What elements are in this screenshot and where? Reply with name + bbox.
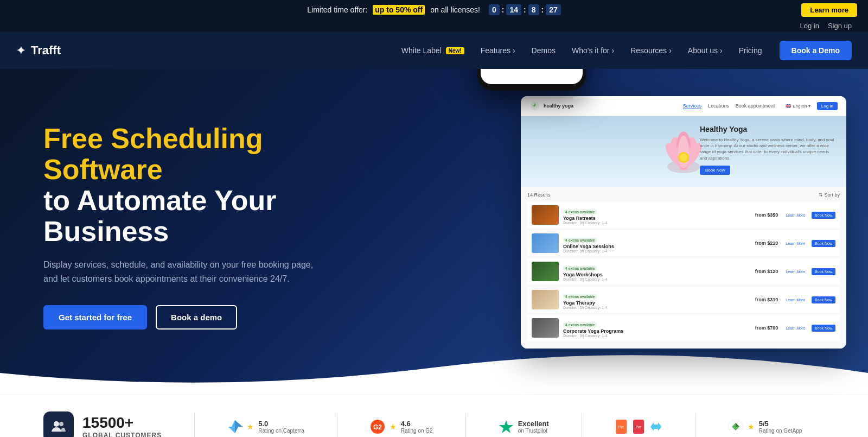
partner-arrow-icon xyxy=(649,420,662,433)
service-info: 4 extras available Online Yoga Sessions … xyxy=(563,234,751,253)
hero-wave-divider xyxy=(0,351,868,395)
service-book-now[interactable]: Book Now xyxy=(812,268,835,275)
service-price: from $310 xyxy=(755,297,778,302)
service-row: 4 extras available Yoga Therapy Duration… xyxy=(527,287,840,313)
nav-white-label[interactable]: White Label New! xyxy=(395,42,471,59)
nav-whos-it-for[interactable]: Who's it for › xyxy=(565,42,621,59)
capterra-rating: ★ 5.0 Rating on Capterra xyxy=(227,419,304,434)
mobile-screen: 5N 🇸🇳 ≡ ‹ Date and Time 🔍 Week Month ‹ xyxy=(481,69,583,84)
hero-title-white: to Automate Your Business xyxy=(43,185,358,247)
hero-section: Free Scheduling Software to Automate You… xyxy=(0,69,868,395)
timer-sep-2: : xyxy=(524,5,526,14)
trustpilot-label: on Trustpilot xyxy=(518,428,549,434)
mockup-hero-text: Healthy Yoga Welcome to Healthy Yoga, a … xyxy=(700,125,835,175)
timer-sep-3: : xyxy=(541,5,544,14)
mockup-nav-book[interactable]: Book appointment xyxy=(736,103,775,109)
capterra-label: Rating on Capterra xyxy=(258,428,304,434)
hero-buttons: Get started for free Book a demo xyxy=(43,305,358,330)
service-row: 4 extras available Online Yoga Sessions … xyxy=(527,230,840,256)
service-learn-more[interactable]: Learn More xyxy=(786,270,805,274)
learn-more-button[interactable]: Learn more xyxy=(801,3,857,17)
service-meta: Duration: 3h Capacity: 1-4 xyxy=(563,334,751,338)
capterra-icon xyxy=(227,419,242,434)
g2-icon: G2 xyxy=(370,419,385,434)
partner-badge-1: Per xyxy=(615,419,628,435)
hero-description: Display services, schedule, and availabi… xyxy=(43,258,315,286)
mockup-hero-title: Healthy Yoga xyxy=(700,125,835,134)
service-book-now[interactable]: Book Now xyxy=(812,296,835,303)
service-learn-more[interactable]: Learn More xyxy=(786,298,805,302)
banner-text-after: on all licenses! xyxy=(430,5,480,14)
mockup-logo: healthy yoga xyxy=(529,100,573,111)
getapp-icon xyxy=(728,419,743,434)
countdown-timer: 0 : 14 : 8 : 27 xyxy=(489,4,561,15)
service-thumb xyxy=(532,318,559,338)
service-tag: 4 extras available xyxy=(563,238,597,243)
getapp-rating: ★ 5/5 Rating on GetApp xyxy=(728,419,802,434)
service-learn-more[interactable]: Learn More xyxy=(786,213,805,217)
svg-text:G2: G2 xyxy=(373,423,382,431)
mobile-mockup: 5N 🇸🇳 ≡ ‹ Date and Time 🔍 Week Month ‹ xyxy=(477,69,586,91)
svg-marker-21 xyxy=(499,420,513,433)
svg-text:Per: Per xyxy=(635,425,642,429)
services-header: 14 Results ⇅ Sort by xyxy=(527,192,840,198)
results-count: 14 Results xyxy=(527,192,551,198)
mockup-nav-services[interactable]: Services xyxy=(683,103,702,109)
svg-point-12 xyxy=(680,154,687,161)
login-row: Log in Sign up xyxy=(0,20,868,32)
service-info: 4 extras available Yoga Retreats Duratio… xyxy=(563,206,751,225)
mockup-nav-locations[interactable]: Locations xyxy=(708,103,729,109)
svg-point-14 xyxy=(54,421,59,427)
service-book-now[interactable]: Book Now xyxy=(812,240,835,247)
book-demo-button[interactable]: Book a Demo xyxy=(780,41,852,60)
service-learn-more[interactable]: Learn More xyxy=(786,242,805,245)
nav-features[interactable]: Features › xyxy=(474,42,522,59)
get-started-button[interactable]: Get started for free xyxy=(43,305,147,330)
nav-resources[interactable]: Resources › xyxy=(624,42,678,59)
signup-link[interactable]: Sign up xyxy=(828,22,852,30)
mockup-login-button[interactable]: Log In xyxy=(817,102,838,110)
mockup-hero-desc: Welcome to Healthy Yoga, a serene oasis … xyxy=(700,137,835,161)
service-price: from $350 xyxy=(755,212,778,218)
banner-highlight: up to 50% off xyxy=(373,5,425,15)
service-thumb xyxy=(532,262,559,281)
g2-score: 4.6 xyxy=(401,420,433,428)
capterra-score: 5.0 xyxy=(258,420,304,428)
service-tag: 4 extras available xyxy=(563,210,597,214)
service-book-now[interactable]: Book Now xyxy=(812,212,835,219)
sort-by: ⇅ Sort by xyxy=(819,192,840,198)
service-name: Online Yoga Sessions xyxy=(563,244,751,249)
timer-sep-1: : xyxy=(502,5,505,14)
book-demo-hero-button[interactable]: Book a demo xyxy=(156,305,237,330)
mockup-language[interactable]: 🇬🇧 English ▾ xyxy=(786,104,810,109)
timer-hours: 0 xyxy=(489,4,500,15)
bottom-section: 15500+ GLOBAL CUSTOMERS ★ 5.0 Rating on … xyxy=(0,395,868,437)
nav-about-us[interactable]: About us › xyxy=(681,42,729,59)
customers-text: 15500+ GLOBAL CUSTOMERS xyxy=(82,414,162,437)
nav-pricing[interactable]: Pricing xyxy=(732,42,769,59)
banner-text-before: Limited time offer: xyxy=(307,5,367,14)
capterra-star: ★ xyxy=(247,422,254,431)
trustpilot-score: Excellent xyxy=(518,420,549,428)
service-name: Yoga Retreats xyxy=(563,216,751,221)
service-thumb xyxy=(532,205,559,225)
divider-1 xyxy=(194,413,195,437)
timer-seconds: 8 xyxy=(528,4,539,15)
nav-demos[interactable]: Demos xyxy=(525,42,562,59)
mockup-book-now[interactable]: Book Now xyxy=(700,166,730,175)
service-learn-more[interactable]: Learn More xyxy=(786,326,805,330)
svg-marker-26 xyxy=(650,422,661,431)
logo[interactable]: ✦ Trafft xyxy=(16,43,87,58)
service-info: 4 extras available Yoga Therapy Duration… xyxy=(563,290,751,309)
service-price: from $210 xyxy=(755,240,778,246)
service-book-now[interactable]: Book Now xyxy=(812,325,835,332)
logo-text: Trafft xyxy=(31,43,61,58)
g2-star: ★ xyxy=(390,422,397,431)
svg-marker-17 xyxy=(235,420,242,433)
customers-icon xyxy=(43,411,74,437)
nav-links: White Label New! Features › Demos Who's … xyxy=(395,42,769,59)
g2-rating: G2 ★ 4.6 Rating on G2 xyxy=(370,419,433,434)
login-link[interactable]: Log in xyxy=(800,22,819,30)
hero-content: Free Scheduling Software to Automate You… xyxy=(43,123,358,330)
trustpilot-rating: Excellent on Trustpilot xyxy=(499,419,549,434)
